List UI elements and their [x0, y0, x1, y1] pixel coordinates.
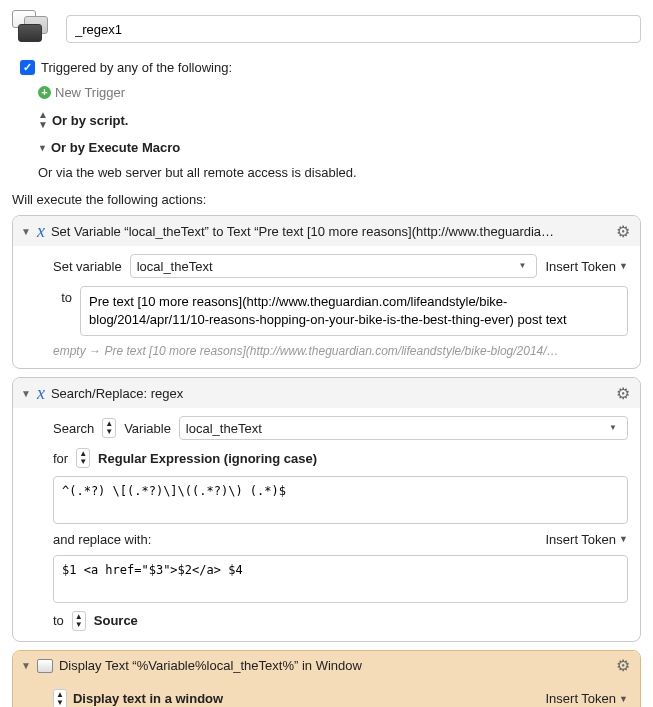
variable-label: Variable: [124, 421, 171, 436]
chevron-down-icon: ▼: [619, 261, 628, 271]
action-title: Display Text “%Variable%local_theText%” …: [59, 658, 608, 673]
action-display-text: ▼ Display Text “%Variable%local_theText%…: [12, 650, 641, 707]
display-mode: Display text in a window: [73, 691, 223, 706]
or-by-execute-macro[interactable]: ▼ Or by Execute Macro: [38, 140, 641, 155]
disclosure-icon[interactable]: ▼: [21, 660, 31, 671]
action-title: Set Variable “local_theText” to Text “Pr…: [51, 224, 608, 239]
replace-with-label: and replace with:: [53, 532, 151, 547]
macro-name-input[interactable]: [66, 15, 641, 43]
gear-icon[interactable]: ⚙: [614, 384, 632, 402]
action-header[interactable]: ▼ x Search/Replace: regex ⚙: [13, 378, 640, 408]
updown-icon[interactable]: ▲▼: [76, 448, 90, 468]
new-trigger-label: New Trigger: [55, 85, 125, 100]
action-header[interactable]: ▼ Display Text “%Variable%local_theText%…: [13, 651, 640, 681]
trigger-enable-label: Triggered by any of the following:: [41, 60, 232, 75]
or-web-server-text: Or via the web server but all remote acc…: [38, 165, 641, 180]
replace-value-input[interactable]: [53, 555, 628, 603]
chevron-down-icon: ▼: [605, 424, 621, 432]
disclosure-icon[interactable]: ▼: [21, 226, 31, 237]
preview-line: empty → Pre text [10 more reasons](http:…: [53, 344, 628, 358]
macro-header: [12, 10, 641, 48]
new-trigger-button[interactable]: + New Trigger: [38, 85, 641, 100]
macro-icon: [12, 10, 56, 48]
variable-name-dropdown[interactable]: local_theText ▼: [130, 254, 538, 278]
variable-icon: x: [37, 222, 45, 240]
for-label: for: [53, 451, 68, 466]
action-title: Search/Replace: regex: [51, 386, 608, 401]
chevron-down-icon: ▼: [514, 262, 530, 270]
or-by-script[interactable]: ▲▼ Or by script.: [38, 110, 641, 130]
insert-token-button[interactable]: Insert Token ▼: [545, 532, 628, 547]
updown-icon[interactable]: ▲▼: [102, 418, 116, 438]
insert-token-button[interactable]: Insert Token ▼: [545, 259, 628, 274]
variable-icon: x: [37, 384, 45, 402]
search-variable-dropdown[interactable]: local_theText ▼: [179, 416, 628, 440]
action-set-variable: ▼ x Set Variable “local_theText” to Text…: [12, 215, 641, 369]
disclosure-icon[interactable]: ▼: [21, 388, 31, 399]
to-label: to: [53, 613, 64, 628]
search-label: Search: [53, 421, 94, 436]
gear-icon[interactable]: ⚙: [614, 657, 632, 675]
updown-icon[interactable]: ▲▼: [53, 689, 67, 707]
execute-actions-label: Will execute the following actions:: [12, 192, 641, 207]
regex-pattern-input[interactable]: [53, 476, 628, 524]
set-variable-label: Set variable: [53, 259, 122, 274]
to-text-input[interactable]: [80, 286, 628, 336]
gear-icon[interactable]: ⚙: [614, 222, 632, 240]
for-type: Regular Expression (ignoring case): [98, 451, 317, 466]
insert-token-button[interactable]: Insert Token ▼: [545, 691, 628, 706]
updown-icon[interactable]: ▲▼: [72, 611, 86, 631]
action-search-replace: ▼ x Search/Replace: regex ⚙ Search ▲▼ Va…: [12, 377, 641, 641]
plus-icon: +: [38, 86, 51, 99]
trigger-list: + New Trigger ▲▼ Or by script. ▼ Or by E…: [38, 85, 641, 180]
action-header[interactable]: ▼ x Set Variable “local_theText” to Text…: [13, 216, 640, 246]
to-label: to: [53, 286, 72, 305]
updown-icon: ▲▼: [38, 110, 48, 130]
window-icon: [37, 659, 53, 673]
trigger-enable-row: ✓ Triggered by any of the following:: [20, 60, 641, 75]
chevron-down-icon: ▼: [619, 534, 628, 544]
trigger-enable-checkbox[interactable]: ✓: [20, 60, 35, 75]
chevron-down-icon: ▼: [38, 143, 47, 153]
chevron-down-icon: ▼: [619, 694, 628, 704]
to-target: Source: [94, 613, 138, 628]
